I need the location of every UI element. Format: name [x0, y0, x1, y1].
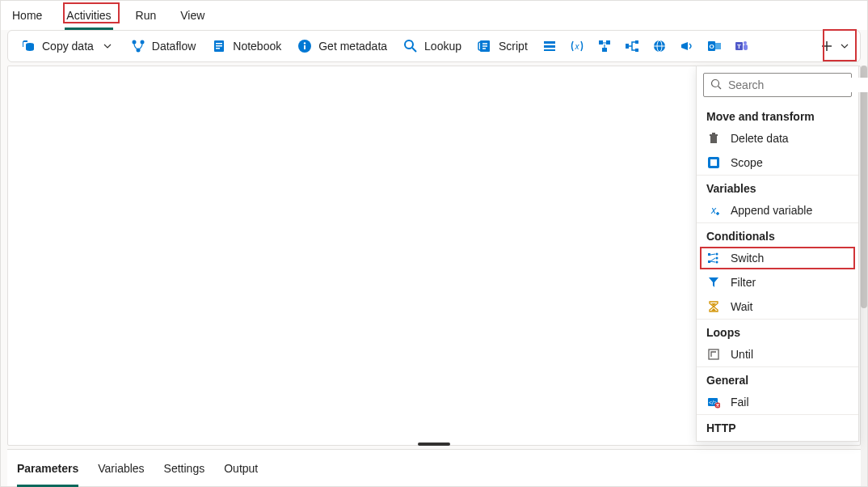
vertical-scrollbar[interactable]: [861, 66, 867, 486]
section-variables: Variables: [697, 175, 858, 198]
notebook-label: Notebook: [233, 40, 281, 53]
svg-line-37: [718, 86, 722, 89]
svg-rect-23: [635, 49, 638, 52]
item-fail[interactable]: </> Fail: [697, 390, 858, 414]
svg-point-10: [304, 42, 305, 44]
btab-variables[interactable]: Variables: [98, 455, 144, 481]
fail-icon: </>: [706, 395, 721, 409]
section-general: General: [697, 366, 858, 390]
item-fail-label: Fail: [731, 396, 749, 409]
copy-data-button[interactable]: Copy data: [13, 33, 123, 59]
info-icon: [297, 39, 312, 53]
item-switch-label: Switch: [731, 252, 764, 265]
svg-rect-18: [599, 40, 603, 44]
svg-rect-42: [710, 159, 717, 166]
svg-text:x: x: [710, 205, 717, 216]
section-conditionals: Conditionals: [697, 222, 858, 246]
notebook-icon: [212, 39, 226, 53]
append-variable-icon: x: [706, 203, 721, 218]
svg-line-12: [412, 48, 416, 52]
item-filter[interactable]: Filter: [697, 270, 858, 294]
btab-settings[interactable]: Settings: [164, 455, 205, 481]
activities-dropdown: Move and transform Delete data Scope Var…: [696, 66, 859, 442]
item-until[interactable]: Until: [697, 342, 858, 366]
section-loops: Loops: [697, 319, 858, 342]
chevron-down-icon: [100, 39, 115, 53]
svg-rect-29: [715, 43, 721, 49]
script-icon: [478, 39, 492, 53]
svg-rect-19: [606, 40, 610, 44]
item-append-variable[interactable]: x Append variable: [697, 198, 858, 222]
search-input[interactable]: [727, 78, 868, 92]
item-wait-label: Wait: [731, 300, 752, 313]
highlight-switch: [700, 247, 855, 269]
svg-point-49: [716, 257, 718, 260]
toolbar-activity-7[interactable]: O: [701, 33, 728, 59]
get-metadata-label: Get metadata: [318, 40, 387, 53]
get-metadata-button[interactable]: Get metadata: [289, 33, 395, 59]
tab-run[interactable]: Run: [134, 1, 158, 30]
item-filter-label: Filter: [731, 276, 756, 289]
toolbar-activity-5[interactable]: [646, 33, 673, 59]
chevron-down-icon: [841, 39, 849, 53]
dataflow-button[interactable]: Dataflow: [123, 33, 204, 59]
toolbar-activity-8[interactable]: T: [728, 33, 756, 59]
svg-rect-5: [216, 43, 222, 44]
svg-rect-33: [744, 44, 748, 50]
app-window: Home Activities Run View Copy data Dataf…: [0, 0, 868, 487]
btab-parameters[interactable]: Parameters: [17, 455, 78, 481]
toolbar-activity-6[interactable]: [673, 33, 701, 59]
scope-icon: [706, 155, 721, 170]
until-icon: [706, 347, 721, 362]
bottom-tabs: Parameters Variables Settings Output: [7, 449, 861, 486]
activities-toolbar: Copy data Dataflow Notebook Get metadata: [7, 30, 861, 62]
tab-activities[interactable]: Activities: [65, 1, 112, 30]
script-label: Script: [499, 40, 528, 53]
trash-icon: [706, 131, 721, 146]
svg-rect-51: [709, 349, 718, 359]
search-input-wrapper[interactable]: [703, 73, 852, 97]
script-button[interactable]: Script: [470, 33, 536, 59]
tab-home[interactable]: Home: [11, 1, 44, 30]
btab-output[interactable]: Output: [224, 455, 258, 481]
svg-rect-9: [304, 45, 305, 49]
item-switch[interactable]: Switch: [697, 246, 858, 270]
toolbar-activity-4[interactable]: [618, 33, 646, 59]
scrollbar-thumb[interactable]: [861, 66, 867, 308]
svg-rect-20: [602, 48, 607, 52]
tab-view[interactable]: View: [179, 1, 206, 30]
globe-icon: [652, 39, 667, 53]
svg-point-1: [132, 40, 136, 44]
svg-rect-40: [712, 133, 715, 134]
item-wait[interactable]: Wait: [697, 294, 858, 319]
add-activity-button[interactable]: [813, 33, 855, 59]
svg-rect-46: [708, 253, 710, 256]
svg-rect-6: [216, 45, 222, 47]
item-scope[interactable]: Scope: [697, 150, 858, 175]
svg-point-48: [716, 253, 718, 256]
lookup-label: Lookup: [424, 40, 461, 53]
toolbar-activity-2[interactable]: x: [563, 33, 591, 59]
item-delete-data[interactable]: Delete data: [697, 126, 858, 150]
dataflow-label: Dataflow: [152, 40, 196, 53]
svg-point-11: [405, 40, 413, 49]
svg-text:O: O: [709, 43, 714, 50]
item-delete-data-label: Delete data: [731, 132, 789, 145]
filter-icon: [706, 275, 721, 290]
svg-point-50: [716, 261, 718, 264]
panel-resize-handle[interactable]: [418, 443, 450, 446]
svg-text:T: T: [737, 43, 741, 50]
section-move-transform: Move and transform: [697, 104, 858, 126]
svg-rect-21: [626, 44, 629, 49]
svg-rect-15: [544, 45, 555, 48]
toolbar-activity-1[interactable]: [536, 33, 563, 59]
svg-rect-7: [216, 48, 220, 49]
lookup-button[interactable]: Lookup: [395, 33, 470, 59]
svg-rect-47: [708, 260, 710, 263]
notebook-button[interactable]: Notebook: [204, 33, 289, 59]
switch-icon: [706, 251, 721, 265]
toolbar-activity-3[interactable]: [591, 33, 618, 59]
pipeline-icon: [597, 39, 612, 53]
svg-rect-38: [710, 136, 717, 143]
item-append-variable-label: Append variable: [731, 204, 812, 217]
